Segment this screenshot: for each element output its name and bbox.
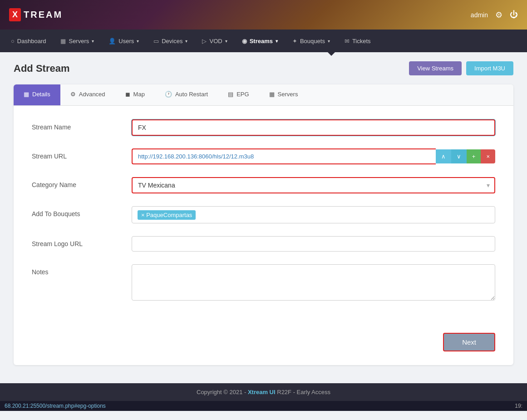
status-time: 19: — [515, 403, 522, 409]
footer: Copyright © 2021 - Xtream UI R22F - Earl… — [0, 383, 527, 401]
bouquets-label: Add To Bouquets — [32, 206, 132, 217]
advanced-tab-icon: ⚙ — [70, 91, 76, 98]
bouquet-tag[interactable]: × PaqueCompartas — [138, 210, 196, 220]
nav-label-users: Users — [118, 38, 134, 44]
logo: X TREAM — [9, 8, 63, 21]
devices-arrow: ▾ — [185, 39, 187, 44]
stream-url-control: ∧ ∨ + × — [132, 148, 495, 164]
next-button[interactable]: Next — [443, 333, 495, 351]
nav-label-servers: Servers — [69, 38, 89, 44]
bouquets-control: × PaqueCompartas — [132, 206, 495, 223]
nav-label-bouquets: Bouquets — [300, 38, 325, 44]
tab-auto-restart[interactable]: 🕐 Auto Restart — [155, 84, 218, 105]
header-right: admin ⚙ ⏻ — [471, 10, 518, 20]
import-m3u-button[interactable]: Import M3U — [466, 61, 513, 75]
page-actions: View Streams Import M3U — [409, 61, 513, 75]
nav-item-dashboard[interactable]: ○ Dashboard — [5, 34, 52, 48]
users-icon: 👤 — [108, 38, 116, 44]
nav-item-servers[interactable]: ▦ Servers ▾ — [54, 34, 100, 48]
servers-arrow: ▾ — [92, 39, 94, 44]
header: X TREAM admin ⚙ ⏻ — [0, 0, 527, 30]
notes-control — [132, 264, 495, 302]
footer-text: Copyright © 2021 - — [197, 389, 248, 395]
streams-icon: ◉ — [242, 38, 247, 44]
footer-brand: Xtream UI — [248, 389, 276, 395]
bouquets-icon: ✦ — [292, 38, 297, 44]
category-control: TV Mexicana ▾ — [132, 177, 495, 193]
auto-restart-tab-label: Auto Restart — [175, 91, 208, 98]
bouquets-input[interactable]: × PaqueCompartas — [132, 206, 495, 223]
servers-tab-icon: ▦ — [269, 91, 275, 98]
servers-icon: ▦ — [60, 38, 66, 44]
bouquets-row: Add To Bouquets × PaqueCompartas — [32, 206, 495, 223]
footer-version: R22F - Early Access — [276, 389, 330, 395]
nav-arrow-indicator — [327, 51, 336, 56]
stream-name-input[interactable] — [132, 119, 495, 136]
tab-map[interactable]: ◼ Map — [115, 84, 155, 105]
url-delete-button[interactable]: × — [481, 149, 495, 163]
logo-text: TREAM — [24, 10, 63, 20]
nav-item-streams[interactable]: ◉ Streams ▾ — [236, 34, 284, 48]
url-add-button[interactable]: + — [467, 149, 481, 163]
devices-icon: ▭ — [153, 38, 159, 44]
page-title: Add Stream — [14, 63, 69, 74]
nav-label-vod: VOD — [209, 38, 222, 44]
main-content: Add Stream View Streams Import M3U ▦ Det… — [0, 52, 527, 374]
vod-icon: ▷ — [202, 38, 207, 44]
url-down-button[interactable]: ∨ — [451, 149, 467, 163]
streams-arrow: ▾ — [276, 39, 278, 44]
stream-name-row: Stream Name — [32, 119, 495, 136]
stream-url-label: Stream URL — [32, 148, 132, 160]
tab-advanced[interactable]: ⚙ Advanced — [60, 84, 115, 105]
stream-url-row: Stream URL ∧ ∨ + × — [32, 148, 495, 164]
users-arrow: ▾ — [137, 39, 139, 44]
details-tab-label: Details — [32, 91, 50, 98]
url-up-button[interactable]: ∧ — [436, 149, 451, 163]
category-select-wrap: TV Mexicana ▾ — [132, 177, 495, 193]
category-select[interactable]: TV Mexicana — [132, 177, 495, 193]
details-tab-icon: ▦ — [24, 91, 29, 98]
map-tab-label: Map — [133, 91, 145, 98]
gear-icon[interactable]: ⚙ — [495, 10, 502, 20]
nav-item-devices[interactable]: ▭ Devices ▾ — [147, 34, 194, 48]
power-icon[interactable]: ⏻ — [510, 10, 518, 20]
status-url: 68.200.21:25500/stream.php#epg-options — [5, 403, 106, 409]
nav-label-devices: Devices — [162, 38, 182, 44]
servers-tab-label: Servers — [278, 91, 298, 98]
tab-details[interactable]: ▦ Details — [14, 84, 60, 105]
nav-item-vod[interactable]: ▷ VOD ▾ — [196, 34, 233, 48]
nav-item-users[interactable]: 👤 Users ▾ — [102, 34, 145, 48]
bouquet-tag-text: × PaqueCompartas — [141, 212, 192, 218]
nav-label-tickets: Tickets — [352, 38, 371, 44]
nav-item-tickets[interactable]: ✉ Tickets — [338, 34, 377, 48]
logo-url-control — [132, 236, 495, 252]
form-body: Stream Name Stream URL ∧ ∨ + × — [14, 106, 513, 328]
epg-tab-label: EPG — [236, 91, 249, 98]
advanced-tab-label: Advanced — [79, 91, 105, 98]
tickets-icon: ✉ — [345, 38, 350, 44]
form-actions: Next — [14, 328, 513, 365]
logo-url-input[interactable] — [132, 236, 495, 252]
notes-label: Notes — [32, 264, 132, 276]
status-bar: 68.200.21:25500/stream.php#epg-options 1… — [0, 401, 527, 411]
stream-name-label: Stream Name — [32, 119, 132, 131]
logo-icon: X — [9, 8, 21, 21]
card: ▦ Details ⚙ Advanced ◼ Map 🕐 Auto Restar… — [14, 84, 513, 365]
dashboard-icon: ○ — [11, 38, 15, 44]
tab-servers[interactable]: ▦ Servers — [259, 84, 308, 105]
nav-item-bouquets[interactable]: ✦ Bouquets ▾ — [286, 34, 336, 48]
stream-name-control — [132, 119, 495, 136]
notes-textarea[interactable] — [132, 264, 495, 301]
view-streams-button[interactable]: View Streams — [409, 61, 462, 75]
tabs: ▦ Details ⚙ Advanced ◼ Map 🕐 Auto Restar… — [14, 84, 513, 106]
logo-url-label: Stream Logo URL — [32, 236, 132, 247]
logo-url-row: Stream Logo URL — [32, 236, 495, 252]
epg-tab-icon: ▤ — [228, 91, 233, 98]
nav-label-streams: Streams — [250, 38, 273, 44]
notes-row: Notes — [32, 264, 495, 302]
admin-label: admin — [471, 11, 488, 19]
stream-url-input[interactable] — [132, 148, 436, 164]
bouquets-arrow: ▾ — [328, 39, 330, 44]
page-header: Add Stream View Streams Import M3U — [14, 61, 513, 75]
tab-epg[interactable]: ▤ EPG — [218, 84, 259, 105]
